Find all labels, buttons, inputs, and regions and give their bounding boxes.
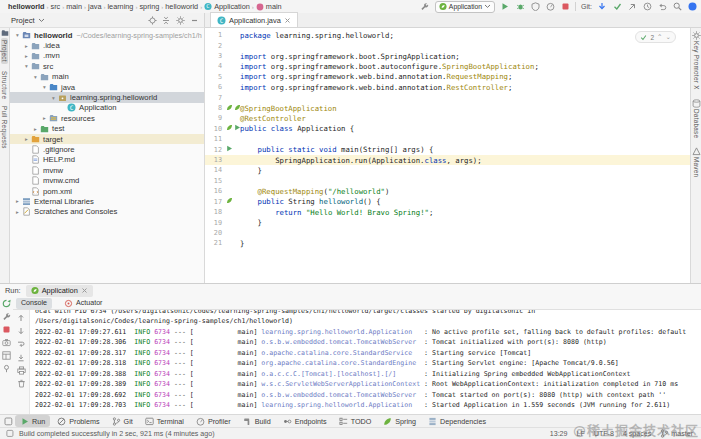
close-icon[interactable] (284, 17, 291, 24)
tree-item[interactable]: ▾learning.spring.helloworld (10, 92, 204, 102)
tree-open-chevron-icon[interactable]: ▾ (14, 32, 21, 38)
restore-layout-icon[interactable] (2, 350, 12, 360)
tree-item[interactable]: ▸.idea (10, 40, 204, 50)
next-occurrence-icon[interactable] (16, 326, 26, 336)
spring-bean-icon[interactable] (226, 104, 233, 113)
tree-item[interactable]: ▾main (10, 72, 204, 82)
tree-closed-chevron-icon[interactable]: ▸ (23, 43, 30, 49)
coverage-button-icon[interactable] (530, 2, 540, 12)
breadcrumb-item[interactable]: helloworld (165, 2, 198, 11)
tree-open-chevron-icon[interactable]: ▾ (50, 95, 57, 101)
tree-open-chevron-icon[interactable]: ▾ (23, 63, 30, 69)
tab-actuator[interactable]: Actuator (59, 298, 107, 309)
print-icon[interactable] (16, 366, 26, 376)
tree-closed-chevron-icon[interactable]: ▸ (14, 198, 21, 204)
prev-occurrence-icon[interactable] (16, 313, 26, 323)
breadcrumb-item[interactable]: main (66, 2, 82, 11)
tree-item[interactable]: ▾helloworld~/Codes/learning-spring-sampl… (10, 30, 204, 40)
inspection-widget[interactable]: 2 ⌃ ⌄ (635, 31, 676, 43)
breadcrumb-item[interactable]: src (51, 2, 61, 11)
tree-item[interactable]: ▸.mvn (10, 51, 204, 61)
tree-closed-chevron-icon[interactable]: ▸ (14, 209, 21, 215)
git-commit-icon[interactable] (612, 2, 622, 12)
close-icon[interactable] (81, 287, 88, 294)
soft-wrap-icon[interactable] (16, 339, 26, 349)
line-separator[interactable]: LF (577, 430, 585, 438)
tree-open-chevron-icon[interactable]: ▾ (41, 84, 48, 90)
stripe-key-promoter-x[interactable]: Key Promoter X (692, 31, 701, 90)
breadcrumb-item[interactable]: main (256, 2, 282, 11)
indent-style[interactable]: 4 spaces (623, 430, 651, 438)
toolwindow-terminal[interactable]: Terminal (140, 415, 189, 427)
console-output[interactable]: ocal with PID 6734 (/Users/digitalsonic/… (30, 310, 701, 414)
locate-file-icon[interactable] (147, 15, 157, 25)
tree-item[interactable]: pom.xml (10, 186, 204, 196)
stripe-database[interactable]: Database (692, 99, 701, 138)
run-button-icon[interactable] (500, 2, 510, 12)
stripe-maven[interactable]: Maven (692, 147, 701, 177)
background-tasks-icon[interactable] (6, 430, 14, 438)
run-config-select[interactable]: Application (435, 1, 495, 13)
spring-bean-icon[interactable] (226, 197, 233, 206)
tree-item[interactable]: CApplication (10, 103, 204, 113)
toolwindow-spring[interactable]: Spring (378, 415, 421, 427)
thread-dump-icon[interactable] (2, 337, 12, 347)
tree-open-chevron-icon[interactable]: ▾ (32, 74, 39, 80)
tab-console[interactable]: Console (16, 298, 52, 309)
run-tab-application[interactable]: Application (26, 285, 93, 297)
git-push-icon[interactable] (627, 2, 637, 12)
stripe-project[interactable]: Project (1, 29, 9, 64)
tree-item[interactable]: HELP.md (10, 155, 204, 165)
git-branch[interactable]: master (660, 429, 693, 438)
spring-bean-icon[interactable] (226, 124, 233, 133)
toolwindow-profiler[interactable]: Profiler (191, 415, 236, 427)
tree-item[interactable]: .gitignore (10, 144, 204, 154)
git-update-icon[interactable] (597, 2, 607, 12)
breadcrumb-item[interactable]: learning (107, 2, 133, 11)
tree-closed-chevron-icon[interactable]: ▸ (32, 126, 39, 132)
stop-button-icon[interactable] (560, 2, 570, 12)
rollback-icon[interactable] (657, 2, 667, 12)
pin-tab-icon[interactable] (2, 363, 12, 373)
breadcrumb-item[interactable]: java (88, 2, 101, 11)
cursor-position[interactable]: 13:29 (550, 430, 568, 438)
file-encoding[interactable]: UTF-8 (594, 430, 614, 438)
rerun-icon[interactable] (2, 298, 12, 308)
toolwindow-endpoints[interactable]: Endpoints (278, 415, 332, 427)
toolwindow-problems[interactable]: Problems (52, 415, 104, 427)
code-editor[interactable]: 1package learning.spring.helloworld;2 3i… (205, 28, 690, 283)
stripe-pull-requests[interactable]: Pull Requests (1, 106, 8, 149)
tree-item[interactable]: ▸Scratches and Consoles (10, 207, 204, 217)
clear-all-icon[interactable] (16, 379, 26, 389)
tree-closed-chevron-icon[interactable]: ▸ (23, 53, 30, 59)
account-icon[interactable] (687, 2, 697, 12)
tree-item[interactable]: mvnw (10, 165, 204, 175)
tree-item[interactable]: ▸test (10, 124, 204, 134)
breadcrumb-item[interactable]: helloworld (8, 2, 45, 11)
tree-item[interactable]: ▸resources (10, 113, 204, 123)
toolwindow-todo[interactable]: TODO (334, 415, 377, 427)
toolwindow-dependencies[interactable]: Dependencies (423, 415, 491, 427)
toolwindow-run[interactable]: Run (15, 415, 50, 427)
stop-process-icon[interactable] (2, 324, 12, 334)
editor-tab-application[interactable]: C Application.java (210, 12, 298, 27)
tree-closed-chevron-icon[interactable]: ▸ (41, 115, 48, 121)
tree-item[interactable]: ▸target (10, 134, 204, 144)
breadcrumb-item[interactable]: CApplication (204, 2, 250, 11)
breadcrumb-item[interactable]: spring (139, 2, 159, 11)
scroll-to-end-icon[interactable] (16, 353, 26, 363)
profiler-button-icon[interactable] (545, 2, 555, 12)
project-tree[interactable]: ▾helloworld~/Codes/learning-spring-sampl… (10, 28, 205, 283)
build-project-icon[interactable] (420, 2, 430, 12)
tree-closed-chevron-icon[interactable]: ▸ (23, 136, 30, 142)
toolwindow-build[interactable]: Build (238, 415, 276, 427)
tree-item[interactable]: ▾src (10, 61, 204, 71)
tree-item[interactable]: ▾java (10, 82, 204, 92)
chevron-down-icon[interactable]: ⌄ (666, 33, 671, 41)
debug-button-icon[interactable] (515, 2, 525, 12)
search-everywhere-icon[interactable] (672, 2, 682, 12)
chevron-up-icon[interactable]: ⌃ (657, 33, 662, 41)
run-gutter-icon[interactable] (226, 145, 233, 154)
edit-configuration-icon[interactable] (2, 311, 12, 321)
toolwindow-git[interactable]: Git (107, 415, 138, 427)
